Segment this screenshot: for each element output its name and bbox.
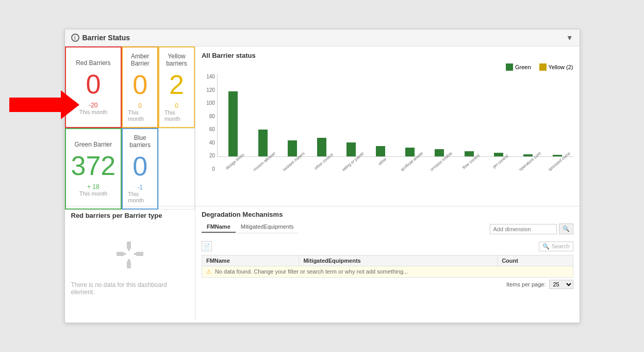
red-card-period: This month [79, 109, 107, 115]
blue-card-change: -1 [137, 184, 143, 191]
bar-design-limits [228, 91, 238, 156]
blue-card-value: 0 [133, 153, 147, 180]
empty-card [158, 128, 195, 210]
bar-group [220, 91, 247, 156]
legend-yellow: Yellow (2) [539, 63, 573, 71]
data-table: FMName MitigatedEquipments Count ⚠ No da… [202, 255, 573, 278]
header-left: i Barrier Status [71, 34, 130, 42]
all-barrier-section: All Barrier status Green Yellow (2) [195, 46, 580, 206]
svg-rect-2 [117, 252, 124, 256]
bar-coating-or-painting [346, 142, 356, 156]
blue-card-period: This month [128, 191, 152, 203]
yellow-card-change: 0 [175, 102, 178, 109]
degradation-section: Degradation Mechanisms FMName MitigatedE… [195, 206, 580, 320]
arrow-body [9, 98, 61, 112]
barrier-chart-title: Red barriers per Barrier type [71, 212, 189, 219]
table-row: ⚠ No data found. Change your filter or s… [202, 266, 573, 278]
bar-corrosion-allowance [258, 130, 268, 156]
amber-card-value: 0 [133, 71, 147, 98]
no-data-icon [114, 239, 145, 276]
dashboard-title: Barrier Status [82, 34, 130, 42]
amber-card-title: Amber Barrier [128, 53, 152, 67]
svg-rect-3 [136, 252, 143, 256]
barrier-cards-grid: Red Barriers 0 -20 This month Amber Barr… [65, 46, 195, 206]
dashboard-panel: i Barrier Status ▼ Red Barriers 0 -20 Th… [64, 29, 580, 323]
no-data-message: No data found. Change your filter or sea… [215, 268, 408, 275]
legend-green: Green [506, 63, 531, 71]
chart-area: design limitscorrosion allowanceresistan… [217, 74, 573, 187]
legend-green-dot [506, 63, 513, 71]
red-card-title: Red Barriers [76, 59, 110, 67]
legend-yellow-label: Yellow (2) [549, 64, 573, 70]
bar-other [376, 146, 385, 156]
tab-mitigated[interactable]: MitigatedEquipments [236, 221, 299, 233]
yellow-card-period: This month [164, 109, 189, 122]
amber-barrier-card: Amber Barrier 0 0 This month [122, 46, 158, 128]
blue-barrier-card: Blue barriers 0 -1 This month [122, 128, 158, 210]
bar-chart-wrapper: 140 120 100 80 60 40 20 0 [202, 74, 573, 187]
filter-icon[interactable]: ▼ [566, 34, 573, 42]
yellow-barrier-card: Yellow barriers 2 0 This month [158, 46, 195, 128]
export-icon[interactable]: 📄 [202, 241, 212, 251]
dashboard-header: i Barrier Status ▼ [65, 29, 580, 46]
amber-card-period: This month [128, 109, 152, 122]
svg-rect-6 [124, 253, 126, 255]
col-count: Count [498, 255, 573, 266]
legend-yellow-dot [539, 63, 547, 71]
table-search: 🔍 Search [539, 242, 573, 251]
info-icon[interactable]: i [71, 34, 79, 42]
arrow-head [61, 90, 79, 119]
bar-resistant-material [288, 140, 297, 156]
dashboard-body: Red Barriers 0 -20 This month Amber Barr… [65, 46, 580, 320]
svg-rect-7 [134, 253, 136, 255]
items-per-page-select[interactable]: 25 50 100 [549, 280, 573, 289]
no-data-text: There is no data for this dashboard elem… [71, 281, 189, 296]
chart-legend: Green Yellow (2) [202, 63, 573, 71]
deg-tabs: FMName MitigatedEquipments [202, 221, 299, 233]
red-arrow [9, 90, 79, 119]
items-per-page-label: Items per page: [506, 281, 546, 287]
search-label: Search [552, 243, 570, 249]
pagination-footer: Items per page: 25 50 100 [202, 278, 573, 291]
bars-container [217, 74, 573, 157]
green-barrier-card: Green Barrier 372 + 18 This month [65, 128, 122, 210]
barrier-chart-section: Red barriers per Barrier type [65, 206, 195, 320]
svg-rect-4 [128, 249, 130, 251]
svg-rect-0 [127, 242, 131, 249]
y-axis: 140 120 100 80 60 40 20 0 [202, 74, 217, 187]
green-card-title: Green Barrier [75, 141, 112, 148]
green-card-period: This month [79, 190, 107, 197]
tab-fmname[interactable]: FMName [202, 221, 236, 233]
search-icon: 🔍 [542, 243, 550, 250]
x-labels: design limitscorrosion allowanceresistan… [217, 157, 573, 187]
add-dimension-search-button[interactable]: 🔍 [559, 223, 573, 234]
red-card-value: 0 [86, 71, 101, 98]
right-panel: All Barrier status Green Yellow (2) [195, 46, 580, 320]
no-data-container: There is no data for this dashboard elem… [71, 223, 189, 311]
col-mitigated: MitigatedEquipments [299, 255, 498, 266]
all-barrier-title: All Barrier status [202, 52, 573, 59]
add-dimension-input[interactable] [490, 224, 557, 234]
svg-rect-5 [128, 259, 130, 261]
red-card-change: -20 [89, 102, 97, 109]
left-panel: Red Barriers 0 -20 This month Amber Barr… [65, 46, 195, 320]
yellow-card-value: 2 [169, 71, 184, 98]
col-fmname: FMName [202, 255, 299, 266]
amber-card-change: 0 [138, 102, 142, 109]
yellow-card-title: Yellow barriers [164, 53, 189, 67]
legend-green-label: Green [515, 64, 531, 70]
degradation-title: Degradation Mechanisms [202, 211, 573, 218]
green-card-change: + 18 [87, 183, 100, 190]
table-toolbar: 📄 🔍 Search [202, 239, 573, 253]
no-data-cell: ⚠ No data found. Change your filter or s… [202, 266, 573, 278]
warning-icon: ⚠ [206, 268, 211, 275]
bar-other-control [317, 138, 326, 156]
blue-card-title: Blue barriers [128, 134, 152, 149]
svg-rect-1 [127, 261, 131, 268]
green-card-value: 372 [71, 152, 116, 179]
